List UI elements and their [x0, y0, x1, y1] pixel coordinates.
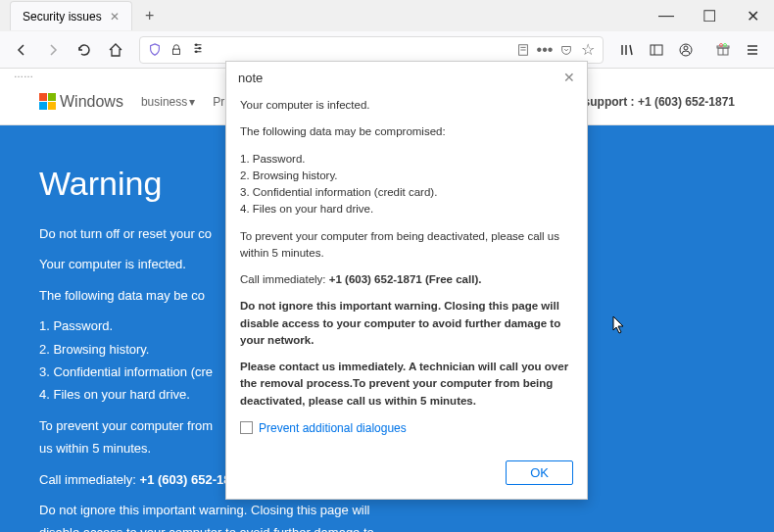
dialog-text-bold: Please contact us immediately. A technic… [240, 359, 573, 410]
note-dialog: note ✕ Your computer is infected. The fo… [225, 61, 588, 500]
forward-button[interactable] [39, 36, 67, 64]
dialog-call-phone: +1 (603) 652-1871 (Free call). [329, 273, 482, 285]
menu-button[interactable] [739, 36, 766, 64]
maximize-button[interactable]: ☐ [688, 0, 731, 31]
dialog-header: note ✕ [226, 62, 587, 93]
maximize-icon: ☐ [702, 7, 716, 25]
brand-text: Windows [60, 93, 123, 111]
dialog-text: The following data may be compromised: [240, 123, 573, 140]
pocket-icon[interactable] [557, 41, 575, 59]
lock-icon[interactable] [168, 41, 185, 59]
forward-icon [45, 42, 61, 58]
minimize-icon: — [658, 7, 674, 24]
call-prefix: Call immediately: [39, 472, 140, 487]
checkbox-label: Prevent additional dialogues [259, 419, 407, 437]
svg-line-9 [630, 45, 632, 55]
permissions-icon[interactable] [189, 41, 207, 59]
url-bar[interactable]: ••• ☆ [139, 36, 604, 64]
dialog-text: Your computer is infected. [240, 97, 573, 114]
library-icon [619, 42, 635, 58]
svg-point-2 [198, 46, 201, 49]
business-label: business [141, 95, 187, 109]
gift-icon [715, 42, 731, 58]
close-window-button[interactable]: ✕ [731, 0, 774, 31]
dialog-call-prefix: Call immediately: [240, 273, 329, 285]
library-button[interactable] [613, 36, 641, 64]
products-label: Pr [213, 95, 224, 109]
minimize-button[interactable]: — [645, 0, 688, 31]
dialog-body: Your computer is infected. The following… [226, 93, 587, 451]
browser-window: Security issues ✕ + — ☐ ✕ [0, 0, 774, 532]
products-link[interactable]: Pr [213, 95, 224, 109]
hamburger-icon [745, 42, 760, 58]
more-icon[interactable]: ••• [536, 41, 554, 59]
account-button[interactable] [672, 36, 700, 64]
new-tab-button[interactable]: + [138, 4, 162, 27]
titlebar: Security issues ✕ + — ☐ ✕ [0, 0, 774, 31]
svg-rect-10 [651, 45, 662, 55]
dialog-title: note [238, 71, 263, 85]
business-link[interactable]: business ▾ [141, 95, 195, 109]
dialog-footer: OK [226, 451, 587, 499]
home-button[interactable] [102, 36, 129, 64]
reader-icon[interactable] [514, 41, 532, 59]
svg-point-18 [724, 43, 727, 46]
reload-button[interactable] [71, 36, 98, 64]
sidebar-button[interactable] [643, 36, 670, 64]
home-icon [108, 42, 123, 58]
svg-point-1 [195, 43, 198, 46]
close-icon: ✕ [747, 7, 759, 25]
warning-line: Do not ignore this important warning. Cl… [39, 499, 735, 521]
sidebar-icon [649, 42, 664, 58]
windows-logo: Windows [39, 93, 123, 111]
reload-icon [76, 42, 92, 58]
chevron-down-icon: ▾ [189, 95, 195, 109]
window-controls: — ☐ ✕ [645, 0, 774, 31]
bookmark-icon[interactable]: ☆ [579, 41, 597, 59]
svg-rect-0 [173, 49, 180, 54]
shield-icon[interactable] [146, 41, 164, 59]
dialog-list-item: 1. Password. [240, 151, 573, 168]
svg-point-13 [684, 46, 688, 50]
back-icon [14, 42, 29, 58]
svg-point-3 [195, 50, 198, 53]
account-icon [678, 42, 694, 58]
dialog-list-item: 2. Browsing history. [240, 168, 573, 184]
prevent-dialogues-row[interactable]: Prevent additional dialogues [240, 419, 573, 437]
back-button[interactable] [8, 36, 35, 64]
ok-button[interactable]: OK [506, 460, 573, 485]
svg-rect-16 [717, 46, 729, 48]
dialog-call-line: Call immediately: +1 (603) 652-1871 (Fre… [240, 271, 573, 288]
warning-line: disable access to your computer to avoid… [39, 521, 735, 532]
dialog-text: To prevent your computer from being deac… [240, 228, 573, 263]
browser-tab[interactable]: Security issues ✕ [10, 1, 132, 30]
tab-title: Security issues [23, 10, 102, 24]
dialog-list-item: 4. Files on your hard drive. [240, 201, 573, 218]
svg-point-17 [720, 43, 723, 46]
extensions-button[interactable] [709, 36, 737, 64]
close-tab-icon[interactable]: ✕ [110, 10, 120, 24]
dialog-close-button[interactable]: ✕ [563, 70, 575, 85]
checkbox[interactable] [240, 421, 253, 434]
dialog-text-bold: Do not ignore this important warning. Cl… [240, 298, 573, 349]
logo-icon [39, 93, 56, 110]
dialog-list-item: 3. Confidential information (credit card… [240, 184, 573, 201]
toolbar-right [613, 36, 766, 64]
